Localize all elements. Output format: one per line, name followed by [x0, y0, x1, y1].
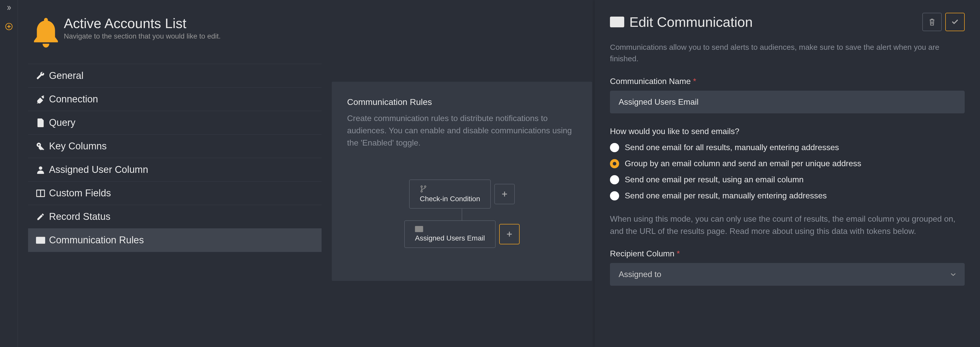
nav-label: Query	[49, 117, 75, 128]
branch-icon	[420, 185, 480, 193]
page-title: Active Accounts List	[64, 15, 221, 31]
communication-rules-card: Communication Rules Create communication…	[332, 82, 592, 281]
recipient-column-select[interactable]: Assigned to	[610, 263, 965, 286]
radio-icon	[610, 159, 619, 168]
node-label: Assigned Users Email	[415, 234, 485, 242]
add-icon[interactable]	[5, 23, 13, 30]
nav-item-key-columns[interactable]: Key Columns	[28, 134, 321, 158]
nav-item-query[interactable]: Query	[28, 111, 321, 134]
radio-label: Send one email per result, using an emai…	[625, 175, 803, 185]
nav-label: Communication Rules	[49, 235, 144, 246]
send-mode-option[interactable]: Group by an email column and send an ema…	[610, 159, 965, 168]
nav-item-general[interactable]: General	[28, 64, 321, 88]
svg-point-4	[421, 186, 422, 188]
envelope-icon	[415, 226, 485, 232]
page-subtitle: Navigate to the section that you would l…	[64, 32, 221, 40]
connector-line	[462, 209, 462, 220]
add-child-button[interactable]	[499, 224, 520, 244]
add-sibling-button[interactable]	[494, 184, 515, 204]
radio-icon	[610, 175, 619, 185]
nav-label: Custom Fields	[49, 188, 111, 199]
rules-title: Communication Rules	[347, 97, 577, 107]
file-icon	[36, 118, 45, 127]
radio-label: Group by an email column and send an ema…	[625, 159, 861, 168]
panel-title: Edit Communication	[629, 14, 752, 30]
nav-label: Key Columns	[49, 141, 107, 152]
panel-description: Communications allow you to send alerts …	[610, 41, 965, 64]
comm-name-label: Communication Name *	[610, 76, 965, 86]
columns-icon	[36, 189, 45, 197]
plug-icon	[36, 95, 45, 103]
svg-point-1	[39, 166, 42, 170]
confirm-button[interactable]	[945, 13, 965, 31]
nav-item-record-status[interactable]: Record Status	[28, 205, 321, 228]
page-header: Active Accounts List Navigate to the sec…	[28, 15, 321, 51]
nav-item-custom-fields[interactable]: Custom Fields	[28, 181, 321, 205]
envelope-icon	[36, 237, 45, 244]
mode-description: When using this mode, you can only use t…	[610, 213, 965, 237]
radio-label: Send one email per result, manually ente…	[625, 191, 827, 201]
nav-label: General	[49, 70, 83, 81]
nav-label: Assigned User Column	[49, 164, 148, 175]
section-nav: General Connection Query Key Columns	[28, 64, 321, 252]
recipient-column-label: Recipient Column *	[610, 249, 965, 258]
radio-icon	[610, 191, 619, 201]
bell-icon	[30, 15, 61, 51]
comm-name-input[interactable]	[610, 91, 965, 113]
send-mode-option[interactable]: Send one email for all results, manually…	[610, 143, 965, 152]
radio-label: Send one email for all results, manually…	[625, 143, 839, 152]
edit-communication-panel: Edit Communication Communications allow …	[595, 0, 980, 347]
nav-item-communication-rules[interactable]: Communication Rules	[28, 228, 321, 252]
left-rail	[0, 0, 18, 347]
chevron-down-icon	[950, 273, 956, 276]
nav-label: Connection	[49, 94, 98, 105]
user-icon	[36, 166, 45, 174]
rules-description: Create communication rules to distribute…	[347, 112, 577, 149]
node-assigned-users-email[interactable]: Assigned Users Email	[404, 220, 496, 248]
svg-point-5	[425, 186, 426, 188]
envelope-icon	[610, 16, 624, 27]
nav-label: Record Status	[49, 211, 110, 222]
select-value: Assigned to	[619, 270, 661, 279]
send-mode-option[interactable]: Send one email per result, manually ente…	[610, 191, 965, 201]
svg-point-6	[421, 191, 422, 192]
delete-button[interactable]	[922, 13, 942, 31]
nav-item-connection[interactable]: Connection	[28, 88, 321, 111]
send-mode-label: How would you like to send emails?	[610, 127, 965, 136]
node-check-in-condition[interactable]: Check-in Condition	[409, 180, 491, 209]
expand-rail-icon[interactable]	[6, 5, 12, 11]
radio-icon	[610, 143, 619, 152]
send-mode-option[interactable]: Send one email per result, using an emai…	[610, 175, 965, 185]
key-icon	[36, 142, 45, 151]
rules-diagram: Check-in Condition Assigned Users Email	[347, 180, 577, 248]
wrench-icon	[36, 72, 45, 80]
node-label: Check-in Condition	[420, 195, 480, 203]
nav-item-assigned-user-column[interactable]: Assigned User Column	[28, 158, 321, 181]
edit-icon	[36, 212, 45, 221]
send-mode-group: Send one email for all results, manually…	[610, 143, 965, 201]
